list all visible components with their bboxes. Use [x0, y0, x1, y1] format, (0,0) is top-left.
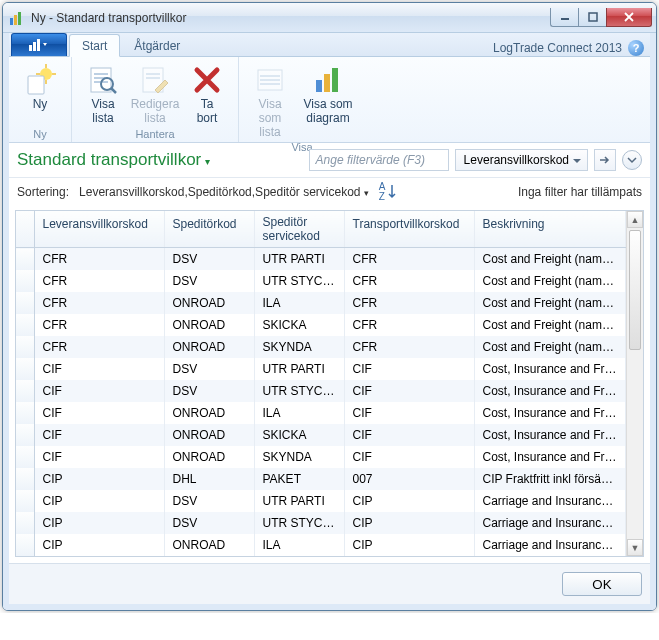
- maximize-button[interactable]: [578, 8, 606, 27]
- cell-speditorkod[interactable]: DSV: [164, 358, 254, 380]
- cell-transportvillkorskod[interactable]: CIF: [344, 424, 474, 446]
- table-row[interactable]: CIPDSVUTR STYCKECIPCarriage and Insuranc…: [16, 512, 643, 534]
- cell-speditor-servicekod[interactable]: ILA: [254, 402, 344, 424]
- cell-transportvillkorskod[interactable]: CIF: [344, 402, 474, 424]
- cell-leveransvillkorskod[interactable]: CIF: [34, 402, 164, 424]
- row-selector[interactable]: [16, 358, 34, 380]
- filter-value-input[interactable]: Ange filtervärde (F3): [309, 149, 449, 171]
- cell-transportvillkorskod[interactable]: CIP: [344, 490, 474, 512]
- minimize-button[interactable]: [550, 8, 578, 27]
- cell-transportvillkorskod[interactable]: CFR: [344, 270, 474, 292]
- table-row[interactable]: CIPDSVUTR PARTICIPCarriage and Insurance…: [16, 490, 643, 512]
- table-row[interactable]: CIFONROADSKYNDACIFCost, Insurance and Fr…: [16, 446, 643, 468]
- row-selector[interactable]: [16, 490, 34, 512]
- cell-speditor-servicekod[interactable]: SKICKA: [254, 314, 344, 336]
- cell-leveransvillkorskod[interactable]: CFR: [34, 336, 164, 358]
- cell-speditor-servicekod[interactable]: UTR PARTI: [254, 490, 344, 512]
- ribbon-ny-button[interactable]: Ny: [15, 59, 65, 127]
- table-row[interactable]: CIFONROADSKICKACIFCost, Insurance and Fr…: [16, 424, 643, 446]
- cell-transportvillkorskod[interactable]: CIF: [344, 446, 474, 468]
- cell-transportvillkorskod[interactable]: 007: [344, 468, 474, 490]
- vertical-scrollbar[interactable]: ▲ ▼: [626, 211, 643, 556]
- apply-filter-button[interactable]: [594, 149, 616, 171]
- cell-speditor-servicekod[interactable]: UTR PARTI: [254, 248, 344, 271]
- scroll-thumb[interactable]: [629, 230, 641, 350]
- table-row[interactable]: CIPONROADILACIPCarriage and Insurance ..…: [16, 534, 643, 556]
- cell-transportvillkorskod[interactable]: CFR: [344, 336, 474, 358]
- cell-leveransvillkorskod[interactable]: CFR: [34, 248, 164, 271]
- cell-leveransvillkorskod[interactable]: CIP: [34, 490, 164, 512]
- cell-speditor-servicekod[interactable]: UTR STYCKE: [254, 270, 344, 292]
- row-selector[interactable]: [16, 402, 34, 424]
- ribbon-ta-bort-button[interactable]: Ta bort: [182, 59, 232, 127]
- cell-speditor-servicekod[interactable]: UTR STYCKE: [254, 512, 344, 534]
- cell-transportvillkorskod[interactable]: CIP: [344, 534, 474, 556]
- ribbon-visa-lista-button[interactable]: Visa lista: [78, 59, 128, 127]
- row-selector[interactable]: [16, 512, 34, 534]
- row-selector[interactable]: [16, 424, 34, 446]
- cell-beskrivning[interactable]: Cost, Insurance and Frei...: [474, 402, 626, 424]
- row-selector[interactable]: [16, 314, 34, 336]
- cell-speditor-servicekod[interactable]: SKICKA: [254, 424, 344, 446]
- cell-leveransvillkorskod[interactable]: CIF: [34, 358, 164, 380]
- table-row[interactable]: CFRONROADSKYNDACFRCost and Freight (name…: [16, 336, 643, 358]
- cell-speditorkod[interactable]: ONROAD: [164, 402, 254, 424]
- cell-leveransvillkorskod[interactable]: CIP: [34, 534, 164, 556]
- cell-speditor-servicekod[interactable]: UTR PARTI: [254, 358, 344, 380]
- cell-speditorkod[interactable]: ONROAD: [164, 336, 254, 358]
- cell-beskrivning[interactable]: Cost and Freight (name...: [474, 292, 626, 314]
- cell-transportvillkorskod[interactable]: CIF: [344, 358, 474, 380]
- table-row[interactable]: CFRDSVUTR PARTICFRCost and Freight (name…: [16, 248, 643, 271]
- cell-beskrivning[interactable]: Cost, Insurance and Frei...: [474, 424, 626, 446]
- scroll-down-button[interactable]: ▼: [627, 539, 643, 556]
- filter-field-dropdown[interactable]: Leveransvillkorskod: [455, 149, 588, 171]
- cell-beskrivning[interactable]: Cost and Freight (name...: [474, 270, 626, 292]
- cell-speditorkod[interactable]: DSV: [164, 490, 254, 512]
- col-beskrivning[interactable]: Beskrivning: [474, 211, 626, 248]
- cell-beskrivning[interactable]: Cost, Insurance and Frei...: [474, 358, 626, 380]
- cell-speditor-servicekod[interactable]: PAKET: [254, 468, 344, 490]
- cell-transportvillkorskod[interactable]: CFR: [344, 292, 474, 314]
- cell-transportvillkorskod[interactable]: CFR: [344, 314, 474, 336]
- table-row[interactable]: CFRONROADSKICKACFRCost and Freight (name…: [16, 314, 643, 336]
- tab-start[interactable]: Start: [69, 34, 120, 57]
- cell-speditor-servicekod[interactable]: SKYNDA: [254, 446, 344, 468]
- row-selector[interactable]: [16, 534, 34, 556]
- help-icon[interactable]: ?: [628, 40, 644, 56]
- cell-speditorkod[interactable]: ONROAD: [164, 424, 254, 446]
- cell-beskrivning[interactable]: CIP Fraktfritt inkl försäkr...: [474, 468, 626, 490]
- cell-transportvillkorskod[interactable]: CFR: [344, 248, 474, 271]
- col-speditor-servicekod[interactable]: Speditör servicekod: [254, 211, 344, 248]
- cell-leveransvillkorskod[interactable]: CIF: [34, 380, 164, 402]
- cell-beskrivning[interactable]: Cost, Insurance and Frei...: [474, 446, 626, 468]
- cell-leveransvillkorskod[interactable]: CIP: [34, 468, 164, 490]
- cell-leveransvillkorskod[interactable]: CFR: [34, 314, 164, 336]
- cell-speditor-servicekod[interactable]: ILA: [254, 534, 344, 556]
- table-row[interactable]: CIFONROADILACIFCost, Insurance and Frei.…: [16, 402, 643, 424]
- cell-beskrivning[interactable]: Carriage and Insurance ...: [474, 490, 626, 512]
- table-row[interactable]: CIPDHLPAKET007CIP Fraktfritt inkl försäk…: [16, 468, 643, 490]
- cell-speditorkod[interactable]: ONROAD: [164, 534, 254, 556]
- table-row[interactable]: CFRONROADILACFRCost and Freight (name...: [16, 292, 643, 314]
- cell-transportvillkorskod[interactable]: CIF: [344, 380, 474, 402]
- col-speditorkod[interactable]: Speditörkod: [164, 211, 254, 248]
- cell-speditorkod[interactable]: ONROAD: [164, 314, 254, 336]
- scroll-up-button[interactable]: ▲: [627, 211, 643, 228]
- cell-speditorkod[interactable]: DSV: [164, 270, 254, 292]
- cell-leveransvillkorskod[interactable]: CIF: [34, 424, 164, 446]
- table-row[interactable]: CIFDSVUTR STYCKECIFCost, Insurance and F…: [16, 380, 643, 402]
- cell-beskrivning[interactable]: Carriage and Insurance ...: [474, 512, 626, 534]
- row-selector[interactable]: [16, 270, 34, 292]
- tab-actions[interactable]: Åtgärder: [122, 35, 192, 56]
- row-selector[interactable]: [16, 248, 34, 271]
- close-button[interactable]: [606, 8, 652, 27]
- table-row[interactable]: CFRDSVUTR STYCKECFRCost and Freight (nam…: [16, 270, 643, 292]
- cell-beskrivning[interactable]: Cost and Freight (name...: [474, 248, 626, 271]
- col-leveransvillkorskod[interactable]: Leveransvillkorskod: [34, 211, 164, 248]
- scroll-track[interactable]: [627, 228, 643, 539]
- cell-speditor-servicekod[interactable]: UTR STYCKE: [254, 380, 344, 402]
- row-selector[interactable]: [16, 292, 34, 314]
- cell-speditorkod[interactable]: DSV: [164, 380, 254, 402]
- row-selector[interactable]: [16, 446, 34, 468]
- cell-beskrivning[interactable]: Carriage and Insurance ...: [474, 534, 626, 556]
